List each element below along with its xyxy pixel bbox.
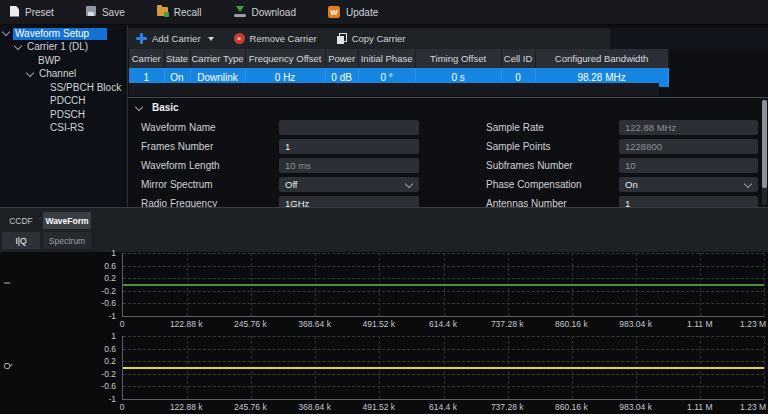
column-header-timing-offset: Timing Offset — [415, 49, 501, 68]
field-value: On — [625, 179, 638, 190]
input-sample-rate[interactable]: 122.88 MHz — [619, 120, 758, 135]
basic-section-header[interactable]: Basic — [136, 102, 179, 113]
x-tick-label: 983.04 k — [619, 402, 652, 412]
field-value: 1GHz — [285, 198, 309, 207]
tree-item-csi-rs[interactable]: CSI-RS — [0, 122, 127, 136]
field-label-radio-frequency: Radio Frequency — [141, 196, 217, 207]
field-label-sample-points: Sample Points — [486, 139, 550, 154]
chevron-down-icon — [405, 180, 413, 188]
main-toolbar: PresetSaveRecallDownloadWUpdate — [0, 0, 768, 25]
gridline-vertical — [764, 336, 765, 399]
tab-ccdf[interactable]: CCDF — [2, 212, 40, 229]
input-frames-number[interactable]: 1 — [279, 139, 419, 154]
field-label-frames-number: Frames Number — [141, 139, 213, 154]
copy-icon — [337, 33, 347, 44]
tree-item-label: BWP — [36, 55, 63, 67]
input-antennas-number[interactable]: 1 — [619, 196, 758, 207]
toolbar-button-download[interactable]: Download — [234, 6, 296, 19]
remove-carrier-label: Remove Carrier — [250, 33, 317, 44]
toolbar-button-label: Preset — [25, 7, 54, 18]
waveform-tree: Waveform SetupCarrier 1 (DL)BWPChannelSS… — [0, 25, 127, 207]
toolbar-button-preset[interactable]: Preset — [10, 6, 54, 19]
toolbar-button-recall[interactable]: Recall — [157, 7, 202, 18]
q-chart: Q10.60.2-0.2-0.6-10122.88 k245.76 k368.6… — [0, 336, 768, 414]
toolbar-button-update[interactable]: WUpdate — [328, 6, 378, 19]
tree-item-label: Carrier 1 (DL) — [25, 41, 90, 53]
tree-item-bwp[interactable]: BWP — [0, 54, 127, 68]
column-header-carrier: Carrier — [129, 49, 164, 68]
update-icon: W — [328, 6, 340, 19]
form-scrollbar[interactable] — [762, 100, 767, 205]
select-phase-compensation[interactable]: On — [619, 177, 758, 192]
y-tick-labels: 10.60.2-0.2-0.6-1 — [0, 253, 118, 316]
copy-carrier-button[interactable]: Copy Carrier — [337, 33, 406, 44]
carrier-table-header-row: CarrierStateCarrier TypeFrequency Offset… — [129, 49, 668, 68]
select-mirror-spectrum[interactable]: Off — [279, 177, 419, 192]
x-tick-label: 737.28 k — [491, 319, 524, 329]
y-tick-label: -1 — [108, 394, 116, 404]
x-tick-label: 491.52 k — [362, 402, 395, 412]
tab-spectrum[interactable]: Spectrum — [43, 232, 91, 249]
x-tick-label: 122.88 k — [170, 402, 203, 412]
y-tick-label: 0.2 — [104, 356, 116, 366]
input-waveform-name[interactable] — [279, 120, 419, 135]
tree-item-pdcch[interactable]: PDCCH — [0, 95, 127, 109]
view-tabstrip: CCDFWaveFormI|QSpectrum — [0, 208, 768, 252]
carrier-toolbar: Add Carrier × Remove Carrier Copy Carrie… — [128, 28, 610, 49]
basic-section-title: Basic — [152, 102, 179, 113]
column-header-initial-phase: Initial Phase — [358, 49, 415, 68]
preset-icon — [10, 6, 19, 19]
x-tick-label: 491.52 k — [362, 319, 395, 329]
input-subframes-number[interactable]: 10 — [619, 158, 758, 173]
field-value: 1 — [285, 141, 290, 152]
tab-i-q[interactable]: I|Q — [2, 232, 40, 249]
column-header-configured-bandwidth: Configured Bandwidth — [535, 49, 668, 68]
input-radio-frequency[interactable]: 1GHz — [279, 196, 419, 207]
tree-item-label: Channel — [37, 68, 78, 80]
y-tick-label: -0.2 — [101, 286, 116, 296]
x-tick-label: 0 — [120, 319, 125, 329]
x-tick-label: 368.64 k — [298, 319, 331, 329]
add-carrier-button[interactable]: Add Carrier — [136, 33, 214, 44]
tree-item-label: PDCCH — [48, 95, 88, 107]
plot-area — [122, 336, 764, 400]
field-value: 1 — [625, 198, 630, 207]
tree-item-label: CSI-RS — [48, 122, 86, 134]
tab-waveform[interactable]: WaveForm — [43, 212, 91, 229]
toolbar-button-label: Recall — [174, 7, 202, 18]
input-waveform-length[interactable]: 10 ms — [279, 158, 419, 173]
x-tick-label: 1.23 M — [740, 319, 766, 329]
y-tick-label: -0.2 — [101, 369, 116, 379]
x-tick-label: 860.16 k — [555, 319, 588, 329]
tree-item-waveform-setup[interactable]: Waveform Setup — [0, 27, 127, 41]
tree-item-carrier-1-dl[interactable]: Carrier 1 (DL) — [0, 41, 127, 55]
toolbar-button-label: Download — [252, 7, 296, 18]
chevron-down-icon — [14, 42, 22, 50]
x-tick-label: 245.76 k — [234, 319, 267, 329]
chevron-down-icon — [208, 37, 214, 41]
toolbar-button-label: Update — [346, 7, 378, 18]
input-sample-points[interactable]: 1228800 — [619, 139, 758, 154]
tree-item-ss-pbch-block[interactable]: SS/PBCH Block — [0, 81, 127, 95]
plot-area — [122, 253, 764, 317]
field-label-waveform-length: Waveform Length — [141, 158, 220, 173]
field-value: 10 ms — [285, 160, 311, 171]
field-value: 10 — [625, 160, 636, 171]
field-label-antennas-number: Antennas Number — [486, 196, 567, 207]
x-tick-label: 0 — [120, 402, 125, 412]
toolbar-button-save[interactable]: Save — [86, 6, 125, 18]
column-header-carrier-type: Carrier Type — [190, 49, 245, 68]
save-icon — [86, 6, 96, 18]
remove-carrier-button[interactable]: × Remove Carrier — [234, 33, 317, 44]
form-scrollbar-thumb[interactable] — [762, 100, 767, 188]
tree-item-channel[interactable]: Channel — [0, 68, 127, 82]
x-tick-label: 1.11 M — [687, 319, 712, 329]
section-divider — [128, 97, 768, 98]
tree-item-pdsch[interactable]: PDSCH — [0, 108, 127, 122]
y-tick-label: 0.2 — [104, 273, 116, 283]
y-tick-label: 0.6 — [104, 261, 116, 271]
view-tabs: CCDFWaveFormI|QSpectrum — [2, 212, 91, 249]
column-header-frequency-offset: Frequency Offset — [245, 49, 325, 68]
x-tick-label: 245.76 k — [234, 402, 267, 412]
field-label-waveform-name: Waveform Name — [141, 120, 216, 135]
